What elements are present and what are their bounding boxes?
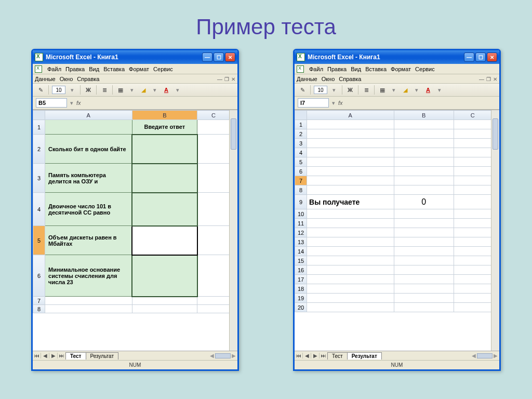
minimize-button[interactable]: — [202, 52, 212, 62]
cell[interactable] [394, 139, 454, 148]
cell[interactable] [454, 303, 491, 312]
tab-nav-next-icon[interactable]: ▶ [311, 353, 320, 358]
cell[interactable] [394, 129, 454, 139]
tab-nav-last-icon[interactable]: ⏭ [58, 353, 66, 358]
cell[interactable] [454, 185, 491, 195]
bold-button[interactable]: Ж [84, 85, 93, 95]
row-header[interactable]: 10 [295, 209, 307, 219]
cell[interactable] [394, 237, 454, 247]
menu-format[interactable]: Формат [129, 66, 149, 72]
menu-data[interactable]: Данные [297, 76, 317, 82]
cell[interactable] [454, 167, 491, 176]
cell[interactable] [454, 195, 491, 209]
cell[interactable] [307, 176, 394, 185]
cell[interactable] [307, 219, 394, 228]
fx-icon[interactable]: fx [76, 100, 81, 106]
result-label-cell[interactable]: Вы получаете [307, 195, 394, 209]
cell[interactable] [454, 284, 491, 294]
cell[interactable] [394, 176, 454, 185]
doc-restore-button[interactable]: ❐ [224, 76, 229, 82]
fill-color-button[interactable]: ◢ [401, 85, 410, 95]
cell[interactable] [307, 129, 394, 139]
font-size-input[interactable] [314, 86, 327, 94]
cell[interactable] [307, 120, 394, 129]
cell[interactable] [454, 247, 491, 256]
menu-data[interactable]: Данные [35, 76, 56, 82]
cell[interactable] [307, 167, 394, 176]
name-box[interactable] [298, 98, 329, 108]
minimize-button[interactable]: — [464, 52, 474, 62]
row-header[interactable]: 20 [295, 303, 307, 312]
select-all-corner[interactable] [295, 111, 307, 120]
cell[interactable] [307, 237, 394, 247]
menu-edit[interactable]: Правка [327, 66, 347, 72]
menu-window[interactable]: Окно [60, 76, 73, 82]
cell[interactable] [394, 265, 454, 275]
cell[interactable] [394, 303, 454, 312]
menu-view[interactable]: Вид [89, 66, 99, 72]
row-header[interactable]: 5 [33, 226, 45, 255]
dropdown-icon[interactable]: ▾ [329, 85, 339, 95]
hscroll-left-icon[interactable]: ◀ [210, 353, 214, 358]
cell[interactable] [394, 228, 454, 237]
spreadsheet-grid[interactable]: A B C 123456789Вы получаете0101112131415… [295, 110, 499, 351]
maximize-button[interactable]: ☐ [475, 52, 486, 62]
hscroll-left-icon[interactable]: ◀ [472, 353, 476, 358]
cell[interactable] [394, 294, 454, 303]
font-color-button[interactable]: A [423, 85, 433, 95]
dropdown-icon[interactable]: ▾ [412, 85, 421, 95]
name-box[interactable] [36, 98, 67, 108]
cell[interactable] [307, 294, 394, 303]
answer-input-cell[interactable] [132, 255, 197, 297]
menu-insert[interactable]: Вставка [365, 66, 387, 72]
menu-edit[interactable]: Правка [65, 66, 85, 72]
cell[interactable] [454, 129, 491, 139]
menu-file[interactable]: Файл [47, 66, 61, 72]
column-header-a[interactable]: A [45, 111, 132, 120]
bold-button[interactable]: Ж [345, 85, 355, 95]
sheet-tab-test[interactable]: Тест [65, 352, 86, 360]
menu-tools[interactable]: Сервис [415, 66, 435, 72]
spreadsheet-grid[interactable]: A B C 1 Введите ответ 2 Сколько бит в од [33, 110, 237, 351]
menu-tools[interactable]: Сервис [153, 66, 173, 72]
tab-nav-first-icon[interactable]: ⏮ [295, 353, 303, 358]
row-header[interactable]: 18 [295, 284, 307, 294]
cell[interactable] [454, 275, 491, 284]
cell[interactable] [307, 284, 394, 294]
doc-sys-icon[interactable] [297, 65, 304, 73]
sheet-tab-test[interactable]: Тест [327, 352, 348, 360]
question-cell[interactable]: Память компьютера делится на ОЗУ и [45, 164, 132, 193]
doc-close-button[interactable]: ✕ [231, 76, 235, 82]
close-button[interactable]: ✕ [225, 52, 235, 62]
column-header-c[interactable]: C [197, 111, 230, 120]
row-header[interactable]: 15 [295, 256, 307, 265]
close-button[interactable]: ✕ [487, 52, 497, 62]
row-header[interactable]: 7 [33, 297, 45, 305]
cell[interactable] [394, 157, 454, 167]
dropdown-icon[interactable]: ▾ [173, 85, 182, 95]
cell[interactable] [454, 157, 491, 167]
fill-color-button[interactable]: ◢ [139, 85, 148, 95]
align-button[interactable]: ≣ [100, 85, 109, 95]
cell[interactable] [307, 303, 394, 312]
question-cell[interactable]: Двоичное число 101 в десятичной СС равно [45, 193, 132, 226]
answer-input-cell[interactable] [132, 164, 197, 193]
cell[interactable] [307, 157, 394, 167]
cell[interactable] [307, 265, 394, 275]
cell[interactable] [454, 176, 491, 185]
answer-input-cell[interactable] [132, 226, 197, 255]
row-header[interactable]: 12 [295, 228, 307, 237]
cell[interactable] [454, 294, 491, 303]
tab-nav-first-icon[interactable]: ⏮ [33, 353, 41, 358]
row-header[interactable]: 2 [33, 135, 45, 164]
font-color-button[interactable]: A [162, 85, 171, 95]
cell[interactable] [394, 148, 454, 157]
hscroll-right-icon[interactable]: ▶ [232, 353, 236, 358]
row-header[interactable]: 16 [295, 265, 307, 275]
dropdown-icon[interactable]: ▾ [70, 100, 73, 107]
borders-button[interactable]: ▦ [116, 85, 125, 95]
doc-sys-icon[interactable] [35, 65, 42, 73]
cell[interactable] [307, 139, 394, 148]
tab-nav-prev-icon[interactable]: ◀ [303, 353, 311, 358]
row-header[interactable]: 3 [295, 139, 307, 148]
